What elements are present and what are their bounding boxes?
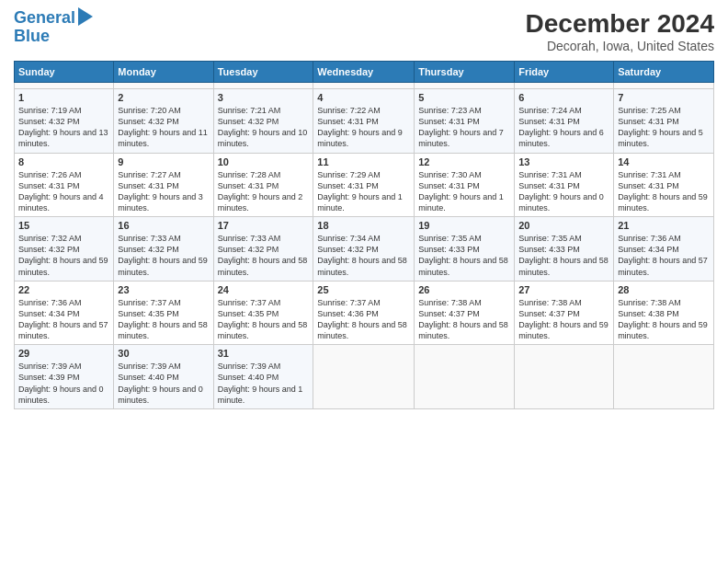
table-cell [313, 345, 415, 409]
day-number: 2 [118, 92, 209, 103]
logo: General Blue [14, 9, 93, 46]
table-cell: 6Sunrise: 7:24 AM Sunset: 4:31 PM Daylig… [515, 89, 614, 154]
header-wednesday: Wednesday [313, 62, 415, 83]
day-number: 26 [418, 284, 510, 295]
day-info: Sunrise: 7:39 AM Sunset: 4:40 PM Dayligh… [218, 361, 310, 406]
day-info: Sunrise: 7:37 AM Sunset: 4:35 PM Dayligh… [118, 297, 209, 342]
header-friday: Friday [515, 62, 614, 83]
day-number: 13 [518, 156, 609, 167]
table-cell [614, 345, 714, 409]
table-cell: 4Sunrise: 7:22 AM Sunset: 4:31 PM Daylig… [313, 89, 415, 154]
day-info: Sunrise: 7:21 AM Sunset: 4:32 PM Dayligh… [218, 105, 310, 150]
day-number: 23 [118, 284, 209, 295]
day-number: 19 [418, 220, 510, 231]
day-info: Sunrise: 7:30 AM Sunset: 4:31 PM Dayligh… [418, 169, 510, 214]
table-cell [515, 345, 614, 409]
day-info: Sunrise: 7:35 AM Sunset: 4:33 PM Dayligh… [518, 233, 609, 278]
day-info: Sunrise: 7:24 AM Sunset: 4:31 PM Dayligh… [518, 105, 609, 150]
table-cell: 7Sunrise: 7:25 AM Sunset: 4:31 PM Daylig… [614, 89, 714, 154]
table-cell: 5Sunrise: 7:23 AM Sunset: 4:31 PM Daylig… [415, 89, 515, 154]
day-number: 8 [18, 156, 109, 167]
table-cell: 29Sunrise: 7:39 AM Sunset: 4:39 PM Dayli… [15, 345, 114, 409]
day-info: Sunrise: 7:36 AM Sunset: 4:34 PM Dayligh… [618, 233, 710, 278]
day-number: 7 [618, 92, 710, 103]
day-number: 25 [317, 284, 410, 295]
day-info: Sunrise: 7:29 AM Sunset: 4:31 PM Dayligh… [317, 169, 410, 214]
table-cell: 12Sunrise: 7:30 AM Sunset: 4:31 PM Dayli… [415, 153, 515, 217]
table-cell [313, 83, 415, 89]
day-info: Sunrise: 7:28 AM Sunset: 4:31 PM Dayligh… [218, 169, 310, 214]
logo-arrow-icon [78, 7, 93, 26]
day-number: 12 [418, 156, 510, 167]
day-number: 1 [18, 92, 109, 103]
day-info: Sunrise: 7:37 AM Sunset: 4:35 PM Dayligh… [218, 297, 310, 342]
table-cell [515, 83, 614, 89]
day-number: 16 [118, 220, 209, 231]
header-saturday: Saturday [614, 62, 714, 83]
day-number: 4 [317, 92, 410, 103]
day-number: 27 [518, 284, 609, 295]
day-info: Sunrise: 7:25 AM Sunset: 4:31 PM Dayligh… [618, 105, 710, 150]
day-info: Sunrise: 7:31 AM Sunset: 4:31 PM Dayligh… [618, 169, 710, 214]
table-cell: 19Sunrise: 7:35 AM Sunset: 4:33 PM Dayli… [415, 217, 515, 282]
header: General Blue December 2024 Decorah, Iowa… [14, 9, 714, 53]
day-info: Sunrise: 7:33 AM Sunset: 4:32 PM Dayligh… [218, 233, 310, 278]
calendar-header: Sunday Monday Tuesday Wednesday Thursday… [15, 62, 714, 83]
logo-text-blue: Blue [14, 28, 50, 46]
table-cell: 20Sunrise: 7:35 AM Sunset: 4:33 PM Dayli… [515, 217, 614, 282]
table-cell: 17Sunrise: 7:33 AM Sunset: 4:32 PM Dayli… [213, 217, 313, 282]
table-cell: 11Sunrise: 7:29 AM Sunset: 4:31 PM Dayli… [313, 153, 415, 217]
table-cell: 21Sunrise: 7:36 AM Sunset: 4:34 PM Dayli… [614, 217, 714, 282]
table-cell: 3Sunrise: 7:21 AM Sunset: 4:32 PM Daylig… [213, 89, 313, 154]
day-number: 22 [18, 284, 109, 295]
table-cell: 23Sunrise: 7:37 AM Sunset: 4:35 PM Dayli… [114, 281, 213, 345]
table-cell: 1Sunrise: 7:19 AM Sunset: 4:32 PM Daylig… [15, 89, 114, 154]
day-info: Sunrise: 7:19 AM Sunset: 4:32 PM Dayligh… [18, 105, 109, 150]
table-cell: 13Sunrise: 7:31 AM Sunset: 4:31 PM Dayli… [515, 153, 614, 217]
table-cell: 24Sunrise: 7:37 AM Sunset: 4:35 PM Dayli… [213, 281, 313, 345]
table-cell [114, 83, 213, 89]
day-info: Sunrise: 7:39 AM Sunset: 4:39 PM Dayligh… [18, 361, 109, 406]
header-sunday: Sunday [15, 62, 114, 83]
day-number: 20 [518, 220, 609, 231]
table-cell: 25Sunrise: 7:37 AM Sunset: 4:36 PM Dayli… [313, 281, 415, 345]
day-number: 10 [218, 156, 310, 167]
day-number: 11 [317, 156, 410, 167]
day-number: 17 [218, 220, 310, 231]
calendar-body: 1Sunrise: 7:19 AM Sunset: 4:32 PM Daylig… [15, 83, 714, 409]
page-container: General Blue December 2024 Decorah, Iowa… [0, 0, 728, 563]
day-info: Sunrise: 7:37 AM Sunset: 4:36 PM Dayligh… [317, 297, 410, 342]
day-info: Sunrise: 7:38 AM Sunset: 4:37 PM Dayligh… [518, 297, 609, 342]
day-info: Sunrise: 7:38 AM Sunset: 4:37 PM Dayligh… [418, 297, 510, 342]
day-info: Sunrise: 7:33 AM Sunset: 4:32 PM Dayligh… [118, 233, 209, 278]
table-cell: 31Sunrise: 7:39 AM Sunset: 4:40 PM Dayli… [213, 345, 313, 409]
table-cell: 14Sunrise: 7:31 AM Sunset: 4:31 PM Dayli… [614, 153, 714, 217]
table-cell: 8Sunrise: 7:26 AM Sunset: 4:31 PM Daylig… [15, 153, 114, 217]
day-number: 3 [218, 92, 310, 103]
table-cell [213, 83, 313, 89]
header-tuesday: Tuesday [213, 62, 313, 83]
day-info: Sunrise: 7:36 AM Sunset: 4:34 PM Dayligh… [18, 297, 109, 342]
table-cell: 15Sunrise: 7:32 AM Sunset: 4:32 PM Dayli… [15, 217, 114, 282]
day-info: Sunrise: 7:27 AM Sunset: 4:31 PM Dayligh… [118, 169, 209, 214]
table-cell: 26Sunrise: 7:38 AM Sunset: 4:37 PM Dayli… [415, 281, 515, 345]
day-number: 14 [618, 156, 710, 167]
day-number: 31 [218, 348, 310, 359]
table-cell [15, 83, 114, 89]
day-number: 29 [18, 348, 109, 359]
page-title: December 2024 [526, 9, 714, 39]
day-info: Sunrise: 7:26 AM Sunset: 4:31 PM Dayligh… [18, 169, 109, 214]
day-info: Sunrise: 7:34 AM Sunset: 4:32 PM Dayligh… [317, 233, 410, 278]
day-number: 21 [618, 220, 710, 231]
title-block: December 2024 Decorah, Iowa, United Stat… [526, 9, 714, 53]
table-cell: 18Sunrise: 7:34 AM Sunset: 4:32 PM Dayli… [313, 217, 415, 282]
table-cell: 22Sunrise: 7:36 AM Sunset: 4:34 PM Dayli… [15, 281, 114, 345]
calendar-table: Sunday Monday Tuesday Wednesday Thursday… [14, 61, 714, 409]
day-info: Sunrise: 7:32 AM Sunset: 4:32 PM Dayligh… [18, 233, 109, 278]
day-info: Sunrise: 7:20 AM Sunset: 4:32 PM Dayligh… [118, 105, 209, 150]
day-info: Sunrise: 7:22 AM Sunset: 4:31 PM Dayligh… [317, 105, 410, 150]
table-cell [415, 345, 515, 409]
day-info: Sunrise: 7:31 AM Sunset: 4:31 PM Dayligh… [518, 169, 609, 214]
header-thursday: Thursday [415, 62, 515, 83]
table-cell: 27Sunrise: 7:38 AM Sunset: 4:37 PM Dayli… [515, 281, 614, 345]
